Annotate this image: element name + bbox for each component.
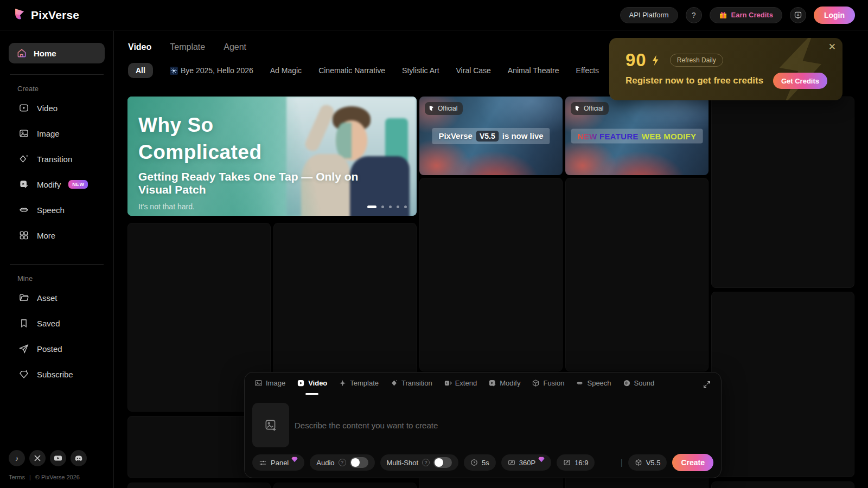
pixverse-logo[interactable]: PixVerse — [13, 8, 79, 22]
extend-icon — [444, 379, 452, 387]
filter-animal-theatre[interactable]: Animal Theatre — [508, 66, 559, 75]
sidebar-item-video[interactable]: Video — [9, 100, 105, 115]
carousel-dot[interactable] — [397, 206, 399, 208]
sidebar-item-more[interactable]: More — [9, 228, 105, 243]
sidebar-item-saved[interactable]: Saved — [9, 316, 105, 331]
help-icon[interactable]: ? — [686, 7, 702, 23]
earn-credits-button[interactable]: Earn Credits — [710, 7, 782, 23]
top-bar: PixVerse API Platform ? Earn Credits — [0, 0, 868, 30]
sidebar-item-posted[interactable]: Posted — [9, 341, 105, 356]
modify-icon — [488, 379, 496, 387]
register-message: Register now to get free credits — [626, 75, 763, 86]
model-version-selector[interactable]: V5.5 — [628, 454, 667, 471]
svg-text:A: A — [797, 13, 800, 17]
filter-ad-magic[interactable]: Ad Magic — [270, 66, 302, 75]
carousel-dot[interactable] — [381, 206, 384, 208]
multishot-toggle-pill[interactable]: Multi-Shot ? — [380, 454, 459, 471]
aspect-ratio-selector[interactable]: 16:9 — [557, 454, 595, 471]
promo-card-v55[interactable]: Official PixVerse V5.5 is now live — [419, 97, 563, 175]
video-card-placeholder — [273, 483, 417, 488]
filter-stylistic-art[interactable]: Stylistic Art — [402, 66, 439, 75]
multishot-toggle[interactable] — [433, 457, 452, 468]
official-badge: Official — [571, 102, 609, 115]
sidebar-item-modify[interactable]: Modify NEW — [9, 177, 105, 192]
composer-tab-speech[interactable]: Speech — [576, 379, 611, 389]
refresh-daily-badge: Refresh Daily — [670, 54, 723, 67]
official-badge: Official — [425, 102, 463, 115]
aspect-ratio-icon — [563, 459, 571, 466]
discord-icon[interactable] — [71, 450, 87, 466]
audio-toggle[interactable] — [350, 457, 368, 468]
composer-tab-extend[interactable]: Extend — [444, 379, 477, 389]
filter-effects[interactable]: Effects — [576, 66, 599, 75]
folder-icon — [18, 292, 29, 303]
video-card-placeholder — [711, 97, 854, 288]
speech-lips-icon — [576, 379, 584, 387]
sidebar-item-home[interactable]: Home — [9, 43, 105, 63]
youtube-icon[interactable] — [50, 450, 66, 466]
pixverse-badge-icon — [429, 105, 435, 112]
promo-card-web-modify[interactable]: Official NEW FEATURE WEB MODIFY — [565, 97, 709, 175]
filter-all[interactable]: All — [128, 63, 153, 78]
image-upload-box[interactable] — [252, 403, 289, 447]
get-credits-button[interactable]: Get Credits — [773, 73, 827, 89]
carousel-dot[interactable] — [367, 206, 376, 208]
sound-icon — [623, 379, 631, 387]
tab-agent[interactable]: Agent — [224, 42, 246, 52]
hero-title: Why So Complicated — [138, 112, 408, 166]
sidebar: Home Create Video Image — [0, 31, 114, 488]
hero-banner[interactable]: Why So Complicated Getting Ready Takes O… — [127, 97, 417, 216]
sidebar-item-speech[interactable]: Speech — [9, 202, 105, 217]
carousel-dot[interactable] — [389, 206, 392, 208]
composer-tab-video[interactable]: Video — [297, 379, 327, 389]
tab-template[interactable]: Template — [170, 42, 205, 52]
expand-icon[interactable] — [703, 380, 711, 389]
prompt-input[interactable] — [295, 403, 710, 447]
sidebar-item-asset[interactable]: Asset — [9, 290, 105, 305]
login-button[interactable]: Login — [814, 7, 855, 24]
home-icon — [16, 48, 27, 59]
cube-icon — [532, 379, 540, 387]
filter-bye-2025[interactable]: Bye 2025, Hello 2026 — [170, 66, 253, 75]
sidebar-item-transition[interactable]: Transition — [9, 151, 105, 166]
terms-link[interactable]: Terms — [9, 474, 25, 480]
composer-tab-sound[interactable]: Sound — [623, 379, 655, 389]
sidebar-item-subscribe[interactable]: Subscribe — [9, 367, 105, 382]
tiktok-icon[interactable]: ♪ — [9, 450, 25, 466]
feedback-icon[interactable]: A — [790, 7, 806, 23]
hero-headline: Getting Ready Takes One Tap — Only on Vi… — [138, 170, 382, 196]
close-icon[interactable]: ✕ — [828, 42, 836, 52]
panel-button[interactable]: Panel — [252, 454, 304, 471]
api-platform-button[interactable]: API Platform — [620, 7, 678, 23]
filter-viral-case[interactable]: Viral Case — [456, 66, 491, 75]
mine-section-label: Mine — [17, 274, 105, 282]
credits-amount: 90 — [626, 50, 647, 70]
resolution-selector[interactable]: 360P — [501, 454, 551, 471]
web-modify-announcement: NEW FEATURE WEB MODIFY — [571, 129, 703, 143]
composer-tab-modify[interactable]: Modify — [488, 379, 520, 389]
composer-tab-transition[interactable]: Transition — [390, 379, 432, 389]
top-bar-actions: API Platform ? Earn Credits — [620, 7, 855, 24]
composer-tab-fusion[interactable]: Fusion — [532, 379, 564, 389]
creation-composer: Image Video Template Transition — [244, 372, 722, 478]
video-card-placeholder — [711, 481, 854, 488]
carousel-dot[interactable] — [404, 206, 407, 208]
x-twitter-icon[interactable] — [29, 450, 46, 466]
pixverse-app: PixVerse API Platform ? Earn Credits — [0, 0, 868, 488]
v55-announcement: PixVerse V5.5 is now live — [432, 128, 550, 144]
pixverse-logo-icon — [13, 8, 26, 22]
composer-tab-image[interactable]: Image — [254, 379, 285, 389]
create-button[interactable]: Create — [672, 454, 713, 471]
filter-chips: All Bye 2025, Hello 2026 Ad Magic Cinema… — [128, 62, 599, 79]
video-card-placeholder — [419, 178, 563, 371]
carousel-dots — [367, 206, 407, 208]
sidebar-item-image[interactable]: Image — [9, 126, 105, 141]
tab-video[interactable]: Video — [128, 42, 151, 52]
sliders-icon — [259, 459, 267, 467]
filter-cinematic-narrative[interactable]: Cinematic Narrative — [318, 66, 385, 75]
audio-toggle-pill[interactable]: Audio ? — [310, 454, 374, 471]
credits-banner: ✕ 90 Refresh Daily Register now to get f… — [609, 38, 843, 100]
composer-tab-template[interactable]: Template — [339, 379, 379, 389]
image-icon — [254, 379, 263, 387]
duration-selector[interactable]: 5s — [464, 454, 496, 471]
